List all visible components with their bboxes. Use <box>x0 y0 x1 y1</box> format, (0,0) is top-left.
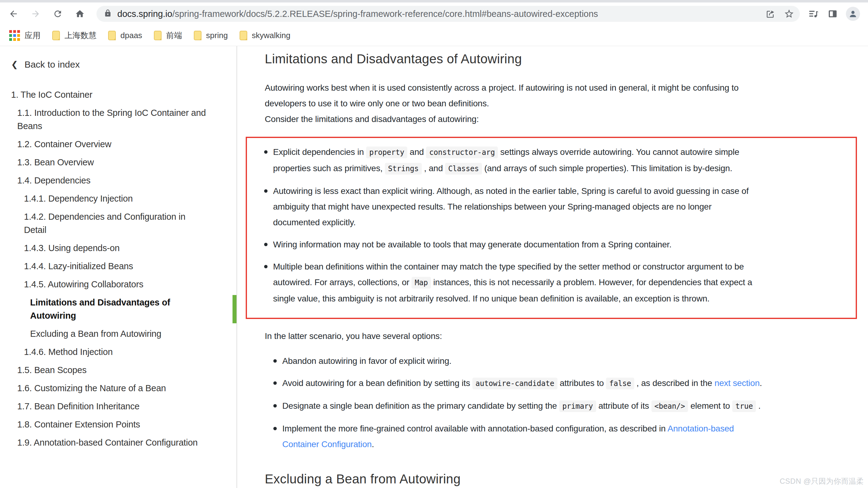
address-bar[interactable]: docs.spring.io/spring-framework/docs/5.2… <box>96 6 800 22</box>
extension-media-list-icon[interactable] <box>808 9 819 19</box>
back-button[interactable] <box>9 9 19 19</box>
sidebar-item[interactable]: 1.4. Dependencies <box>11 174 227 187</box>
list-item: Implement the more fine-grained control … <box>272 421 856 452</box>
chevron-left-icon: ❮ <box>11 60 18 69</box>
person-icon <box>848 9 858 19</box>
bookmark-item[interactable]: spring <box>194 31 228 40</box>
lock-icon <box>104 9 112 19</box>
sidebar-item[interactable]: 1. The IoC Container <box>11 88 227 101</box>
text-run: and <box>407 147 426 157</box>
text-run: attributes to <box>557 378 606 388</box>
sidebar-item[interactable]: 1.8. Container Extension Points <box>11 418 227 431</box>
inline-code: primary <box>559 400 596 412</box>
forward-button[interactable] <box>31 9 40 19</box>
text-run: documented explicitly. <box>273 218 356 227</box>
sidebar-item[interactable]: 1.2. Container Overview <box>11 138 227 151</box>
inline-code: constructor-arg <box>426 147 498 158</box>
bookmark-item[interactable]: dpaas <box>108 31 142 40</box>
sidebar-item[interactable]: 1.7. Bean Definition Inheritance <box>11 400 227 413</box>
next-section-heading: Excluding a Bean from Autowiring <box>265 472 856 486</box>
text-run: Wiring information may not be available … <box>273 240 672 249</box>
sidebar-item[interactable]: 1.1. Introduction to the Spring IoC Cont… <box>11 106 227 133</box>
csdn-watermark: CSDN @只因为你而温柔 <box>779 476 864 486</box>
sidebar-item[interactable]: 1.4.3. Using depends-on <box>11 242 227 255</box>
sidebar-item[interactable]: 1.9. Annotation-based Container Configur… <box>11 436 227 449</box>
bookmark-label: dpaas <box>120 31 142 40</box>
text-run: . <box>372 439 374 449</box>
intro-paragraph: Autowiring works best when it is used co… <box>265 80 856 111</box>
table-of-contents: 1. The IoC Container1.1. Introduction to… <box>11 88 237 449</box>
text-run: , as described in the <box>634 378 715 388</box>
home-icon <box>75 9 85 19</box>
url-text[interactable]: docs.spring.io/spring-framework/docs/5.2… <box>117 9 757 19</box>
list-item: Avoid autowiring for a bean definition b… <box>272 375 856 392</box>
inline-link[interactable]: Container Configuration <box>282 439 372 449</box>
url-path: /spring-framework/docs/5.2.2.RELEASE/spr… <box>172 9 598 19</box>
text-run: . <box>756 401 761 410</box>
inline-code: false <box>606 378 634 389</box>
text-run: Abandon autowiring in favor of explicit … <box>282 356 452 366</box>
inline-link[interactable]: Annotation-based <box>668 424 734 433</box>
sidebar-item[interactable]: 1.6. Customizing the Nature of a Bean <box>11 382 227 395</box>
text-run: (and arrays of such simple properties). … <box>482 163 732 173</box>
text-run: Designate a single bean definition as th… <box>282 401 559 410</box>
list-item: Abandon autowiring in favor of explicit … <box>272 353 856 369</box>
bookmarks-bar: 应用上海数慧dpaas前端springskywalking <box>0 25 868 46</box>
home-button[interactable] <box>75 9 85 19</box>
bookmark-item[interactable]: 上海数慧 <box>52 30 96 41</box>
text-run: Multiple bean definitions within the con… <box>273 262 744 271</box>
bookmark-label: 上海数慧 <box>64 30 96 41</box>
sidebar-item[interactable]: 1.4.2. Dependencies and Configuration in… <box>11 210 227 237</box>
inline-code: autowire-candidate <box>472 378 557 389</box>
reload-button[interactable] <box>53 9 63 19</box>
sidebar-item[interactable]: 1.5. Bean Scopes <box>11 364 227 377</box>
inline-code: Map <box>411 277 431 288</box>
bookmark-item[interactable]: 前端 <box>154 30 182 41</box>
inline-code: true <box>732 400 756 412</box>
sidebar-item[interactable]: 1.4.5. Autowiring Collaborators <box>11 278 227 291</box>
highlight-red-box: Explicit dependencies in property and co… <box>246 137 857 319</box>
bookmark-label: 前端 <box>166 30 182 41</box>
sidebar-item-active[interactable]: Limitations and Disadvantages of Autowir… <box>11 296 227 323</box>
text-run: Avoid autowiring for a bean definition b… <box>282 378 472 388</box>
inline-code: <bean/> <box>651 400 688 412</box>
bookmark-star-icon[interactable] <box>784 9 794 19</box>
side-panel-icon[interactable] <box>828 9 838 19</box>
limitations-list: Explicit dependencies in property and co… <box>255 144 843 306</box>
bookmark-item[interactable]: 应用 <box>9 30 40 41</box>
text-run: . <box>760 378 762 388</box>
consider-paragraph: Consider the limitations and disadvantag… <box>265 111 856 127</box>
inline-code: property <box>366 147 407 158</box>
share-icon[interactable] <box>766 9 776 19</box>
back-to-index-link[interactable]: ❮ Back to index <box>11 59 237 70</box>
reload-icon <box>53 9 63 19</box>
sidebar-item[interactable]: 1.4.1. Dependency Injection <box>11 192 227 205</box>
inline-code: Classes <box>445 163 482 175</box>
list-item: Wiring information may not be available … <box>263 237 843 252</box>
list-item: Multiple bean definitions within the con… <box>263 259 843 306</box>
profile-avatar[interactable] <box>846 7 860 21</box>
browser-toolbar: docs.spring.io/spring-framework/docs/5.2… <box>0 2 868 25</box>
list-item: Explicit dependencies in property and co… <box>263 144 843 177</box>
content-area: Limitations and Disadvantages of Autowir… <box>237 46 868 488</box>
bookmark-item[interactable]: skywalking <box>240 31 290 40</box>
folder-icon <box>52 31 60 40</box>
sidebar-item[interactable]: Excluding a Bean from Autowiring <box>11 327 227 340</box>
text-run: attribute of its <box>596 401 651 410</box>
back-arrow-icon <box>9 9 19 19</box>
folder-icon <box>108 31 116 40</box>
sidebar-item[interactable]: 1.4.6. Method Injection <box>11 345 227 359</box>
bookmark-label: 应用 <box>25 30 40 41</box>
text-run: settings always override autowiring. You… <box>498 147 739 157</box>
text-run: element to <box>688 401 732 410</box>
folder-icon <box>194 31 202 40</box>
sidebar-item[interactable]: 1.4.4. Lazy-initialized Beans <box>11 260 227 273</box>
text-run: Autowiring works best when it is used co… <box>265 83 739 92</box>
forward-arrow-icon <box>31 9 40 19</box>
text-run: properties such as primitives, <box>273 163 385 173</box>
back-to-index-label: Back to index <box>25 59 80 70</box>
sidebar-item[interactable]: 1.3. Bean Overview <box>11 156 227 169</box>
inline-link[interactable]: next section <box>714 378 760 388</box>
text-run: autowired. For arrays, collections, or <box>273 277 411 287</box>
latter-paragraph: In the latter scenario, you have several… <box>265 328 856 344</box>
